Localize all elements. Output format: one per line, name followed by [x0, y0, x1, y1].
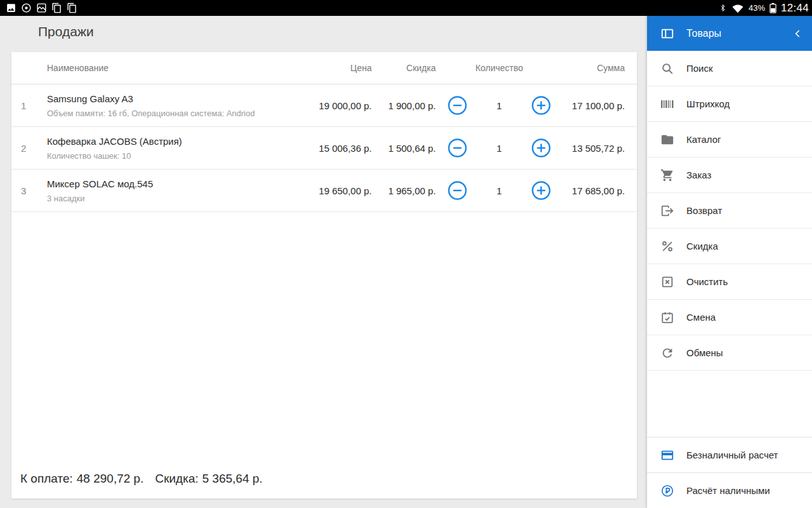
item-quantity: 1	[497, 185, 502, 196]
sidebar-item-label: Поиск	[686, 63, 713, 74]
to-pay-label: К оплате:	[20, 472, 73, 485]
sidebar-item-cash-payment[interactable]: Расчёт наличными	[647, 472, 812, 508]
increase-quantity-button[interactable]	[531, 95, 551, 116]
cart-icon	[660, 168, 674, 182]
col-name: Наименование	[39, 63, 264, 73]
decrease-quantity-button[interactable]	[447, 138, 468, 158]
sidebar-item-discount[interactable]: Скидка	[647, 229, 812, 264]
item-quantity: 1	[497, 100, 502, 111]
col-sum: Сумма	[563, 63, 637, 73]
item-quantity: 1	[497, 143, 502, 154]
clock: 12:44	[781, 2, 809, 15]
ruble-icon	[660, 484, 674, 498]
plus-circle-icon	[531, 180, 551, 201]
sidebar-item-exchanges[interactable]: Обмены	[647, 335, 812, 371]
sidebar-item-barcode[interactable]: Штрихкод	[647, 86, 812, 122]
sidebar-item-label: Безналичный расчет	[686, 450, 778, 460]
sidebar-item-label: Заказ	[686, 170, 711, 180]
chevron-left-icon	[792, 27, 804, 40]
table-body: 1 Samsung Galaxy A3 Объем памяти: 16 гб,…	[11, 84, 637, 212]
sidebar-item-label: Обмены	[686, 347, 723, 358]
decrease-quantity-button[interactable]	[447, 180, 468, 201]
sidebar-item-clear[interactable]: Очистить	[647, 264, 812, 300]
total-discount-label: Скидка:	[155, 472, 198, 485]
return-icon	[660, 204, 674, 218]
item-price: 19 000,00 р.	[264, 100, 372, 111]
search-icon	[660, 62, 674, 76]
item-price: 19 650,00 р.	[264, 185, 372, 196]
minus-circle-icon	[447, 138, 468, 158]
item-discount: 1 965,00 р.	[372, 185, 436, 196]
percent-icon	[660, 239, 674, 253]
to-pay-value: 48 290,72 р.	[77, 472, 144, 485]
sidebar-item-label: Каталог	[686, 134, 721, 145]
item-discount: 1 900,00 р.	[372, 100, 436, 111]
battery-icon	[769, 3, 776, 13]
bluetooth-icon	[719, 3, 727, 13]
sidebar-item-catalog[interactable]: Каталог	[647, 122, 812, 157]
item-discount: 1 500,64 р.	[372, 143, 436, 154]
minus-circle-icon	[447, 95, 468, 116]
table-header: Наименование Цена Скидка Количество Сумм…	[11, 52, 637, 84]
increase-quantity-button[interactable]	[531, 180, 551, 201]
totals-bar: К оплате:48 290,72 р.Скидка:5 365,64 р.	[11, 472, 637, 498]
status-bar: 43% 12:44	[0, 0, 812, 16]
sidebar-title: Товары	[686, 28, 721, 39]
sidebar-header[interactable]: Товары	[647, 16, 812, 51]
table-row[interactable]: 1 Samsung Galaxy A3 Объем памяти: 16 гб,…	[11, 84, 637, 127]
plus-circle-icon	[531, 138, 551, 158]
item-name: Кофеварка JACOBS (Австрия)	[47, 136, 264, 147]
item-sum: 17 685,00 р.	[563, 185, 637, 196]
page-title: Продажи	[38, 24, 94, 39]
sales-table-card: Наименование Цена Скидка Количество Сумм…	[11, 52, 637, 498]
item-sum: 13 505,72 р.	[563, 143, 637, 154]
copy-icon	[67, 3, 77, 13]
table-row[interactable]: 3 Миксер SOLAC мод.545 3 насадки 19 650,…	[11, 170, 637, 212]
col-price: Цена	[264, 63, 372, 73]
sync-icon	[660, 346, 674, 360]
sidebar-item-cashless-payment[interactable]: Безналичный расчет	[647, 437, 812, 472]
folder-icon	[660, 133, 674, 147]
record-icon	[21, 3, 32, 13]
sidebar-item-order[interactable]: Заказ	[647, 157, 812, 193]
sidebar-item-shift[interactable]: Смена	[647, 300, 812, 335]
plus-circle-icon	[531, 95, 551, 116]
card-icon	[660, 448, 674, 462]
item-name: Samsung Galaxy A3	[47, 93, 264, 104]
sidebar: Товары Поиск Штрихкод Каталог Заказ Возв…	[647, 16, 812, 508]
sidebar-spacer	[647, 371, 812, 437]
barcode-icon	[660, 97, 675, 112]
decrease-quantity-button[interactable]	[447, 95, 468, 116]
sidebar-item-search[interactable]: Поиск	[647, 51, 812, 86]
notification-icons	[0, 3, 77, 13]
sales-panel: Продажи Наименование Цена Скидка Количес…	[0, 16, 647, 508]
item-name: Миксер SOLAC мод.545	[47, 178, 264, 189]
copy-icon	[51, 3, 62, 13]
battery-percent: 43%	[749, 3, 765, 13]
collapse-sidebar-button[interactable]	[792, 27, 804, 40]
photo-icon	[36, 3, 47, 13]
clear-icon	[660, 275, 674, 289]
sidebar-item-return[interactable]: Возврат	[647, 193, 812, 229]
row-index: 3	[11, 185, 39, 196]
sidebar-item-label: Очистить	[686, 276, 728, 287]
increase-quantity-button[interactable]	[531, 138, 551, 158]
item-sum: 17 100,00 р.	[563, 100, 637, 111]
products-icon	[660, 27, 674, 41]
col-discount: Скидка	[372, 63, 436, 73]
sidebar-item-label: Расчёт наличными	[686, 485, 770, 496]
wifi-icon	[731, 3, 744, 13]
item-description: Количество чашек: 10	[47, 151, 264, 161]
table-row[interactable]: 2 Кофеварка JACOBS (Австрия) Количество …	[11, 127, 637, 170]
item-description: 3 насадки	[47, 194, 264, 203]
item-price: 15 006,36 р.	[264, 143, 372, 154]
sidebar-item-label: Скидка	[686, 241, 718, 251]
sidebar-item-label: Штрихкод	[686, 98, 730, 109]
row-index: 1	[11, 100, 39, 111]
sidebar-item-label: Возврат	[686, 205, 722, 216]
sidebar-item-label: Смена	[686, 312, 716, 323]
row-index: 2	[11, 143, 39, 154]
total-discount-value: 5 365,64 р.	[202, 472, 263, 485]
col-quantity: Количество	[436, 63, 563, 73]
minus-circle-icon	[447, 180, 468, 201]
